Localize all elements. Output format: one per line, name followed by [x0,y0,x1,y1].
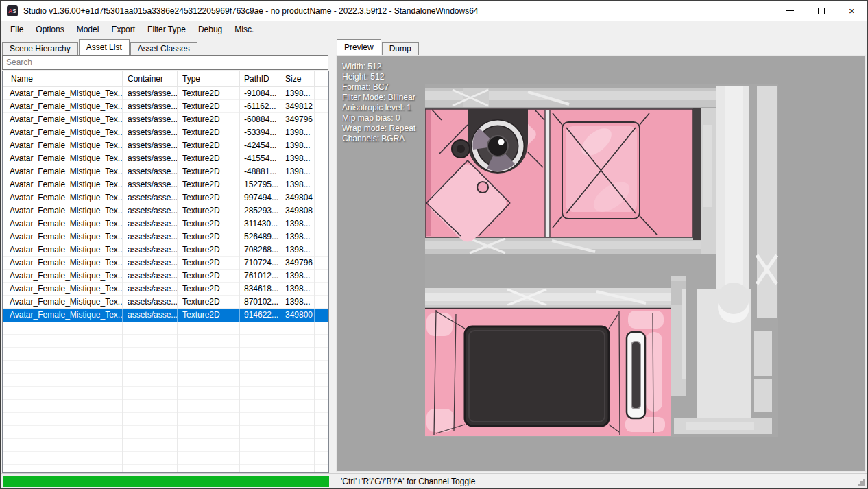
menu-item-debug[interactable]: Debug [192,22,228,37]
table-cell-pathid: -91084... [239,87,280,100]
status-bar-left [1,474,335,488]
search-input[interactable] [2,55,328,70]
table-row[interactable]: Avatar_Female_Mistique_Tex...assets/asse… [3,139,328,152]
table-cell-container: assets/asse... [122,139,177,152]
table-cell-pathid: 152795... [239,178,280,191]
table-cell-name: Avatar_Female_Mistique_Tex... [3,217,122,230]
resize-grip[interactable] [856,477,865,486]
table-row[interactable]: Avatar_Female_Mistique_Tex...assets/asse… [3,309,328,322]
tab-scene-hierarchy[interactable]: Scene Hierarchy [2,42,78,55]
table-cell-container: assets/asse... [122,152,177,165]
table-cell-pathid: -61162... [239,100,280,113]
table-cell-pathid: 997494... [239,191,280,204]
table-cell-container: assets/asse... [122,87,177,100]
table-cell-container: assets/asse... [122,257,177,270]
table-row[interactable]: Avatar_Female_Mistique_Tex...assets/asse… [3,230,328,243]
table-cell-size: 349812 [280,100,314,113]
table-cell-name: Avatar_Female_Mistique_Tex... [3,152,122,165]
preview-info-line: Format: BC7 [342,82,415,93]
table-cell-size: 1398... [280,296,314,309]
table-cell-name: Avatar_Female_Mistique_Tex... [3,100,122,113]
table-row[interactable]: Avatar_Female_Mistique_Tex...assets/asse… [3,178,328,191]
table-cell-container: assets/asse... [122,283,177,296]
table-body: Avatar_Female_Mistique_Tex...assets/asse… [3,87,328,472]
column-header-pathid[interactable]: PathID [239,71,280,86]
tab-dump[interactable]: Dump [382,42,419,55]
table-cell-type: Texture2D [177,100,239,113]
right-tab-strip: PreviewDump [337,39,420,55]
table-row[interactable]: Avatar_Female_Mistique_Tex...assets/asse… [3,283,328,296]
table-cell-name: Avatar_Female_Mistique_Tex... [3,126,122,139]
table-row[interactable]: Avatar_Female_Mistique_Tex...assets/asse… [3,270,328,283]
column-header-size[interactable]: Size [280,71,314,86]
table-cell-size: 1398... [280,139,314,152]
table-row[interactable]: Avatar_Female_Mistique_Tex...assets/asse… [3,87,328,100]
table-cell-type: Texture2D [177,139,239,152]
texture-preview [425,84,778,437]
table-cell-container: assets/asse... [122,165,177,178]
preview-area: Width: 512Height: 512Format: BC7Filter M… [336,55,866,472]
preview-info-line: Mip map bias: 0 [342,113,415,123]
table-cell-type: Texture2D [177,270,239,283]
table-cell-pathid: 870102... [239,296,280,309]
table-row[interactable]: Avatar_Female_Mistique_Tex...assets/asse… [3,152,328,165]
table-row[interactable]: Avatar_Female_Mistique_Tex...assets/asse… [3,257,328,270]
column-header-type[interactable]: Type [177,71,239,86]
table-cell-type: Texture2D [177,217,239,230]
asset-list-panel: Scene HierarchyAsset ListAsset Classes N… [1,38,335,473]
table-cell-container: assets/asse... [122,243,177,257]
table-row[interactable]: Avatar_Female_Mistique_Tex...assets/asse… [3,191,328,204]
close-button[interactable]: × [836,1,867,21]
menu-item-filter-type[interactable]: Filter Type [141,22,192,37]
tab-preview[interactable]: Preview [337,39,381,55]
preview-info-line: Width: 512 [342,62,415,72]
menu-item-misc[interactable]: Misc. [228,22,260,37]
tab-asset-classes[interactable]: Asset Classes [130,42,197,55]
table-cell-pathid: 311430... [239,217,280,230]
window-controls: × [775,1,867,21]
app-icon: AS [7,5,18,16]
table-cell-container: assets/asse... [122,296,177,309]
table-cell-container: assets/asse... [122,113,177,126]
preview-info-line: Height: 512 [342,72,415,82]
table-row[interactable]: Avatar_Female_Mistique_Tex...assets/asse… [3,100,328,113]
texture-info: Width: 512Height: 512Format: BC7Filter M… [342,62,415,144]
maximize-button[interactable] [806,1,836,21]
table-row[interactable]: Avatar_Female_Mistique_Tex...assets/asse… [3,204,328,217]
table-cell-name: Avatar_Female_Mistique_Tex... [3,230,122,243]
menu-item-file[interactable]: File [4,22,29,37]
table-cell-container: assets/asse... [122,126,177,139]
table-row[interactable]: Avatar_Female_Mistique_Tex...assets/asse… [3,296,328,309]
table-cell-pathid: -53394... [239,126,280,139]
status-bar: 'Ctrl'+'R'/'G'/'B'/'A' for Channel Toggl… [1,473,867,488]
minimize-button[interactable] [775,1,806,21]
table-row[interactable]: Avatar_Female_Mistique_Tex...assets/asse… [3,113,328,126]
table-row[interactable]: Avatar_Female_Mistique_Tex...assets/asse… [3,217,328,230]
table-row[interactable]: Avatar_Female_Mistique_Tex...assets/asse… [3,165,328,178]
table-cell-name: Avatar_Female_Mistique_Tex... [3,270,122,283]
table-cell-pathid: 526489... [239,230,280,243]
table-cell-container: assets/asse... [122,191,177,204]
texture-microwave-panel [425,308,671,436]
table-cell-pathid: -41554... [239,152,280,165]
table-cell-name: Avatar_Female_Mistique_Tex... [3,283,122,296]
menu-item-export[interactable]: Export [105,22,141,37]
table-cell-size: 1398... [280,270,314,283]
table-cell-type: Texture2D [177,87,239,100]
table-cell-name: Avatar_Female_Mistique_Tex... [3,309,122,322]
table-row[interactable]: Avatar_Female_Mistique_Tex...assets/asse… [3,243,328,257]
column-header-name[interactable]: Name [3,71,122,86]
menu-item-options[interactable]: Options [29,22,70,37]
table-cell-type: Texture2D [177,309,239,322]
tab-asset-list[interactable]: Asset List [79,39,130,55]
table-cell-type: Texture2D [177,296,239,309]
table-cell-container: assets/asse... [122,309,177,322]
menu-item-model[interactable]: Model [71,22,106,37]
table-cell-size: 1398... [280,87,314,100]
table-cell-type: Texture2D [177,165,239,178]
column-header-container[interactable]: Container [122,71,177,86]
window-title: Studio v1.36.00+e1d7f5301aa015a3386e2453… [23,6,775,16]
table-cell-type: Texture2D [177,113,239,126]
table-row[interactable]: Avatar_Female_Mistique_Tex...assets/asse… [3,126,328,139]
menu-bar: FileOptionsModelExportFilter TypeDebugMi… [1,21,867,38]
